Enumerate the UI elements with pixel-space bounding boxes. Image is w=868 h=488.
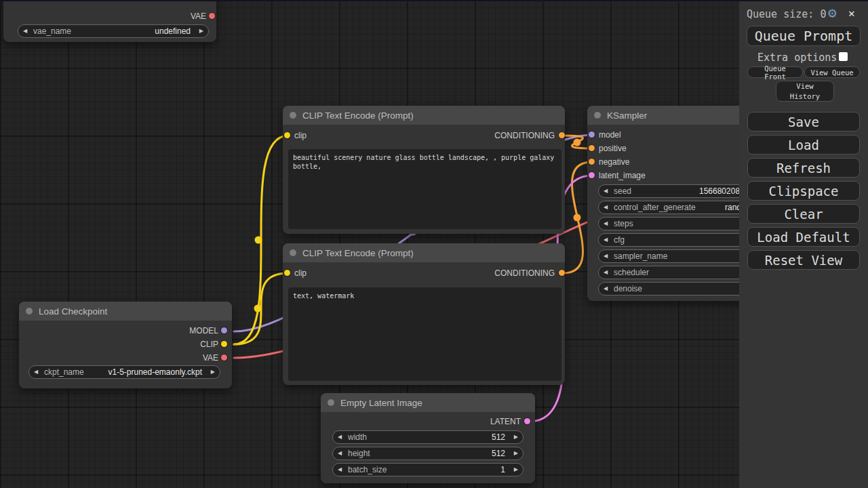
increment-arrow-icon[interactable]: ▶ <box>514 447 518 460</box>
output-port-conditioning[interactable] <box>559 132 565 138</box>
widget-batch-size[interactable]: ◀ batch_size 1 ▶ <box>332 463 524 476</box>
settings-gear-icon[interactable]: ⚙ <box>828 5 837 20</box>
widget-label: steps <box>614 218 633 230</box>
node-title: Load Checkpoint <box>39 306 107 317</box>
output-label-latent: LATENT <box>490 416 521 427</box>
input-label-model: model <box>599 129 621 140</box>
widget-label: scheduler <box>614 266 649 279</box>
output-port-vae[interactable] <box>209 13 215 19</box>
top-border-line <box>0 0 868 1</box>
widget-height[interactable]: ◀ height 512 ▶ <box>332 447 524 460</box>
decrement-arrow-icon[interactable]: ◀ <box>604 283 608 295</box>
node-title: CLIP Text Encode (Prompt) <box>302 248 414 258</box>
node-title-bar[interactable]: CLIP Text Encode (Prompt) <box>283 243 565 262</box>
node-empty-latent-image[interactable]: Empty Latent Image LATENT ◀ width 512 ▶ … <box>321 393 535 483</box>
output-label-conditioning: CONDITIONING <box>494 130 555 141</box>
widget-label: vae_name <box>33 25 71 37</box>
widget-label: control_after_generate <box>614 201 696 214</box>
decrement-arrow-icon[interactable]: ◀ <box>338 447 342 460</box>
input-label-clip: clip <box>294 268 307 279</box>
node-title-bar[interactable]: Load Checkpoint <box>19 302 232 321</box>
decrement-arrow-icon[interactable]: ◀ <box>604 266 608 279</box>
output-port-vae[interactable] <box>221 354 227 361</box>
output-label-model: MODEL <box>189 325 218 336</box>
widget-value: 1566802087 <box>699 185 745 197</box>
decrement-arrow-icon[interactable]: ◀ <box>604 234 608 246</box>
widget-width[interactable]: ◀ width 512 ▶ <box>332 430 524 444</box>
view-queue-button[interactable]: View Queue <box>804 66 860 78</box>
input-port-clip[interactable] <box>284 132 290 138</box>
node-title-bar[interactable]: CLIP Text Encode (Prompt) <box>283 106 565 125</box>
node-clip-text-encode-positive[interactable]: CLIP Text Encode (Prompt) clip CONDITION… <box>283 106 565 234</box>
extra-options-checkbox[interactable] <box>839 52 848 61</box>
widget-label: sampler_name <box>614 250 667 262</box>
output-port-latent[interactable] <box>524 418 530 424</box>
input-port-latent-image[interactable] <box>589 172 595 178</box>
decrement-arrow-icon[interactable]: ◀ <box>604 218 608 230</box>
widget-value: 512 <box>492 447 505 460</box>
close-menu-icon[interactable]: ✕ <box>848 7 855 20</box>
link-dot-conditioning-negative <box>574 214 581 222</box>
clipspace-button[interactable]: Clipspace <box>747 181 860 201</box>
output-port-conditioning[interactable] <box>559 270 565 276</box>
input-port-clip[interactable] <box>284 270 290 276</box>
input-label-clip: clip <box>294 130 307 141</box>
queue-front-button[interactable]: Queue Front <box>747 66 803 78</box>
link-dot-conditioning-positive <box>574 139 581 146</box>
decrement-arrow-icon[interactable]: ◀ <box>604 201 608 214</box>
input-label-latent-image: latent_image <box>599 170 646 181</box>
positive-prompt-textarea[interactable]: beautiful scenery nature glass bottle la… <box>288 149 561 229</box>
collapse-dot[interactable] <box>26 308 33 314</box>
clear-button[interactable]: Clear <box>747 204 860 224</box>
node-title: KSampler <box>607 110 647 121</box>
output-label-conditioning: CONDITIONING <box>494 268 555 279</box>
link-dot-clip-negative <box>254 305 262 312</box>
widget-vae-name[interactable]: ◀ vae_name undefined ▶ <box>18 24 209 38</box>
reset-view-button[interactable]: Reset View <box>747 250 860 270</box>
widget-value: 512 <box>492 431 505 443</box>
decrement-arrow-icon[interactable]: ◀ <box>604 250 608 262</box>
collapse-dot[interactable] <box>290 112 296 119</box>
node-title-bar[interactable]: Empty Latent Image <box>321 393 535 412</box>
comfy-menu-panel: Queue size: 0 ⚙ ✕ Queue Prompt Extra opt… <box>739 0 868 488</box>
queue-prompt-button[interactable]: Queue Prompt <box>747 26 861 46</box>
widget-value: undefined <box>155 25 191 37</box>
widget-value: v1-5-pruned-emaonly.ckpt <box>108 366 202 378</box>
collapse-dot[interactable] <box>594 112 601 119</box>
refresh-button[interactable]: Refresh <box>747 158 860 178</box>
decrement-arrow-icon[interactable]: ◀ <box>604 185 608 197</box>
node-vae-loader[interactable]: VAE ◀ vae_name undefined ▶ <box>3 0 216 42</box>
load-button[interactable]: Load <box>747 135 860 155</box>
widget-label: ckpt_name <box>44 366 84 378</box>
output-port-clip[interactable] <box>221 341 227 347</box>
widget-ckpt-name[interactable]: ◀ ckpt_name v1-5-pruned-emaonly.ckpt ▶ <box>28 365 220 379</box>
link-dot-clip-positive <box>255 237 262 244</box>
increment-arrow-icon[interactable]: ▶ <box>211 366 215 378</box>
node-load-checkpoint[interactable]: Load Checkpoint MODEL CLIP VAE ◀ ckpt_na… <box>19 302 232 388</box>
widget-label: denoise <box>614 283 642 295</box>
decrement-arrow-icon[interactable]: ◀ <box>338 464 342 476</box>
node-title: Empty Latent Image <box>340 398 422 408</box>
widget-value: 1 <box>500 464 505 476</box>
output-port-model[interactable] <box>221 327 227 333</box>
decrement-arrow-icon[interactable]: ◀ <box>23 25 27 37</box>
input-port-negative[interactable] <box>589 159 595 165</box>
collapse-dot[interactable] <box>328 399 334 406</box>
view-history-button[interactable]: View History <box>776 81 834 102</box>
decrement-arrow-icon[interactable]: ◀ <box>34 366 38 378</box>
widget-label: width <box>348 431 367 443</box>
increment-arrow-icon[interactable]: ▶ <box>514 431 518 443</box>
node-clip-text-encode-negative[interactable]: CLIP Text Encode (Prompt) clip CONDITION… <box>283 243 565 385</box>
save-button[interactable]: Save <box>747 112 860 131</box>
collapse-dot[interactable] <box>290 249 296 256</box>
input-port-positive[interactable] <box>589 145 595 151</box>
increment-arrow-icon[interactable]: ▶ <box>199 25 203 37</box>
widget-label: cfg <box>614 234 625 246</box>
increment-arrow-icon[interactable]: ▶ <box>514 464 518 476</box>
node-title: CLIP Text Encode (Prompt) <box>302 110 414 121</box>
negative-prompt-textarea[interactable]: text, watermark <box>288 287 561 381</box>
decrement-arrow-icon[interactable]: ◀ <box>338 431 342 443</box>
input-label-positive: positive <box>599 143 627 154</box>
load-default-button[interactable]: Load Default <box>747 227 860 247</box>
input-port-model[interactable] <box>589 131 595 138</box>
